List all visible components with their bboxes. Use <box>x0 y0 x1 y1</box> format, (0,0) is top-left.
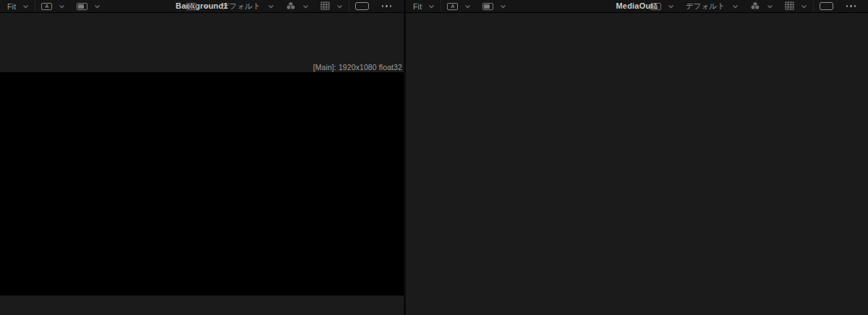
buffer-a-icon: A <box>41 3 52 10</box>
split-view-dropdown[interactable] <box>477 0 512 12</box>
frame-outline-icon <box>820 2 833 10</box>
buffer-select-dropdown[interactable]: A <box>35 0 71 12</box>
ellipsis-icon <box>380 5 393 7</box>
chevron-down-icon <box>22 4 29 9</box>
zoom-level-label: Fit <box>7 2 16 11</box>
zoom-level-label: Fit <box>413 2 422 11</box>
buffer-a-icon: A <box>447 3 458 10</box>
chevron-down-icon <box>59 4 65 9</box>
chevron-down-icon <box>428 4 435 9</box>
buffer-select-dropdown[interactable]: A <box>441 0 477 12</box>
roi-button[interactable] <box>349 0 375 12</box>
lut-label: デフォルト <box>686 1 726 12</box>
viewer-toolbar-left: Fit A <box>0 0 404 13</box>
viewer-panel-right: Fit A <box>406 0 868 315</box>
show-controls-icon <box>650 3 661 10</box>
chevron-down-icon <box>302 4 309 9</box>
frame-outline-icon <box>355 2 369 10</box>
chevron-down-icon <box>268 4 274 9</box>
color-wheel-icon <box>750 1 760 12</box>
chevron-down-icon <box>668 4 674 9</box>
grid-options-dropdown[interactable] <box>779 0 813 12</box>
zoom-level-dropdown[interactable]: Fit <box>407 0 441 12</box>
color-channel-dropdown[interactable] <box>280 0 315 12</box>
viewer-options-button[interactable] <box>839 0 864 12</box>
fusion-dual-viewer: Fit A <box>0 0 868 315</box>
grid-icon <box>320 1 330 12</box>
viewer-panel-left: Fit A <box>0 0 404 315</box>
viewer-options-button[interactable] <box>375 0 399 12</box>
chevron-down-icon <box>464 4 471 9</box>
chevron-down-icon <box>336 4 343 9</box>
image-info-overlay: [Main]: 1920x1080 float32 <box>313 63 402 72</box>
viewer-image-background1[interactable] <box>0 72 404 295</box>
chevron-down-icon <box>94 4 101 9</box>
roi-button[interactable] <box>814 0 839 12</box>
grid-options-dropdown[interactable] <box>315 0 349 12</box>
chevron-down-icon <box>767 4 773 9</box>
zoom-level-dropdown[interactable]: Fit <box>1 0 35 12</box>
chevron-down-icon <box>500 4 506 9</box>
split-view-icon <box>482 3 493 10</box>
chevron-down-icon <box>732 4 739 9</box>
show-controls-icon <box>186 3 197 10</box>
lut-dropdown[interactable]: デフォルト <box>680 0 744 12</box>
ellipsis-icon <box>845 5 858 7</box>
viewer-toolbar-right: Fit A <box>406 0 868 13</box>
split-view-dropdown[interactable] <box>71 0 106 12</box>
split-view-icon <box>77 3 88 10</box>
color-wheel-icon <box>286 1 296 12</box>
color-channel-dropdown[interactable] <box>744 0 779 12</box>
chevron-down-icon <box>801 4 807 9</box>
viewer-title: Background1 <box>176 0 229 13</box>
grid-icon <box>785 1 794 12</box>
